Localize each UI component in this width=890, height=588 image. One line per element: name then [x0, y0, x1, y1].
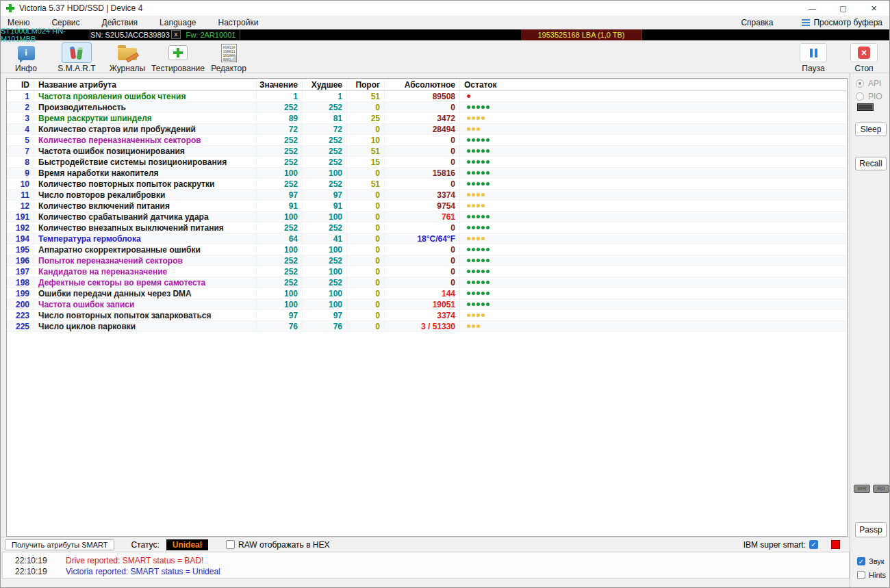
minimize-button[interactable]: — — [797, 1, 828, 16]
table-row[interactable]: 197 Кандидатов на переназначение 252 100… — [7, 266, 847, 277]
ibm-smart-checkbox[interactable]: ✓ — [809, 540, 818, 549]
sn-hide-button[interactable]: x — [171, 30, 181, 39]
header-value[interactable]: Значение — [257, 79, 303, 90]
menu-item-help[interactable]: Справка — [741, 18, 773, 27]
smart-tab-button[interactable]: S.M.A.R.T — [55, 42, 98, 73]
attr-threshold: 0 — [347, 288, 385, 298]
attr-id: 4 — [7, 124, 34, 134]
sound-checkbox[interactable]: ✓ — [857, 557, 865, 565]
header-worst[interactable]: Худшее — [303, 79, 347, 90]
attr-id: 3 — [7, 113, 34, 123]
header-name[interactable]: Название атрибута — [34, 79, 257, 90]
table-row[interactable]: 196 Попыток переназначений секторов 252 … — [7, 255, 847, 266]
table-row[interactable]: 11 Число повторов рекалибровки 97 97 0 3… — [7, 190, 847, 201]
table-row[interactable]: 199 Ошибки передачи данных через DMA 100… — [7, 288, 847, 299]
pio-radio[interactable] — [856, 92, 864, 101]
get-smart-button[interactable]: Получить атрибуты SMART — [5, 539, 114, 550]
folder-pencil-icon — [118, 48, 137, 60]
attr-worst: 76 — [303, 321, 347, 331]
attr-value: 252 — [257, 179, 303, 189]
victoria-window: Victoria 5.37 HDD/SSD | Device 4 — ▢ ✕ М… — [0, 0, 890, 588]
header-threshold[interactable]: Порог — [347, 79, 385, 90]
journals-tab-button[interactable]: Журналы — [106, 42, 149, 73]
editor-tab-button[interactable]: 010110 110011 101000 0001 Редактор — [207, 42, 250, 73]
attr-id: 5 — [7, 135, 34, 145]
wr-indicator-button[interactable]: WR — [854, 485, 870, 493]
table-row[interactable]: 200 Частота ошибок записи 100 100 0 1905… — [7, 299, 847, 310]
health-dots — [460, 91, 847, 101]
table-row[interactable]: 3 Время раскрутки шпинделя 89 81 25 3472 — [7, 113, 847, 124]
table-row[interactable]: 192 Количество внезапных выключений пита… — [7, 222, 847, 233]
menu-item-language[interactable]: Language — [160, 18, 196, 27]
buffer-list-icon — [802, 19, 810, 26]
api-radio[interactable] — [856, 79, 864, 88]
attr-threshold: 0 — [347, 102, 385, 112]
attr-absolute: 0 — [385, 244, 460, 255]
attr-threshold: 0 — [347, 168, 385, 178]
table-row[interactable]: 4 Количество стартов или пробуждений 72 … — [7, 124, 847, 135]
raw-hex-checkbox-row[interactable]: RAW отображать в HEX — [226, 540, 329, 550]
attr-value: 100 — [257, 299, 303, 309]
attr-value: 252 — [257, 157, 303, 167]
attr-absolute: 761 — [385, 212, 460, 222]
log-message: Victoria reported: SMART status = Unidea… — [66, 567, 220, 576]
attr-worst: 252 — [303, 157, 347, 167]
attr-worst: 252 — [303, 179, 347, 189]
smart-control-strip: Получить атрибуты SMART Статус: Unideal … — [1, 537, 850, 552]
rd-indicator-button[interactable]: RD — [873, 485, 889, 493]
attr-name: Попыток переназначений секторов — [34, 255, 257, 266]
table-row[interactable]: 5 Количество переназначенных секторов 25… — [7, 135, 847, 146]
table-row[interactable]: 191 Количество срабатываний датчика удар… — [7, 212, 847, 222]
table-row[interactable]: 1 Частота проявления ошибок чтения 1 1 5… — [7, 91, 847, 102]
menu-item-service[interactable]: Сервис — [51, 18, 79, 27]
header-absolute[interactable]: Абсолютное — [385, 79, 460, 90]
maximize-button[interactable]: ▢ — [828, 1, 859, 16]
health-dots — [460, 288, 847, 298]
testing-tab-button[interactable]: Тестирование — [157, 42, 199, 73]
table-row[interactable]: 8 Быстродействие системы позиционировани… — [7, 157, 847, 168]
health-dots — [460, 277, 847, 287]
table-row[interactable]: 12 Количество включений питания 91 91 0 … — [7, 201, 847, 212]
pio-radio-row: PIO — [850, 92, 889, 101]
table-row[interactable]: 7 Частота ошибок позиционирования 252 25… — [7, 146, 847, 157]
victoria-logo-icon — [6, 4, 14, 12]
toolbar: i Инфо S.M.A.R.T Журналы Тестирование 01… — [1, 40, 889, 73]
api-radio-label: API — [868, 79, 881, 88]
attr-name: Число повторных попыток запарковаться — [34, 310, 257, 320]
attr-name: Частота проявления ошибок чтения — [34, 91, 257, 101]
table-row[interactable]: 225 Число циклов парковки 76 76 0 3 / 51… — [7, 321, 847, 332]
pause-button[interactable]: Пауза — [792, 42, 835, 73]
sleep-button[interactable]: Sleep — [855, 123, 887, 136]
stop-label: Стоп — [854, 64, 873, 73]
table-row[interactable]: 9 Время наработки накопителя 100 100 0 1… — [7, 168, 847, 179]
attr-value: 252 — [257, 146, 303, 156]
device-capacity: 1953525168 LBA (1,0 TB) — [521, 29, 641, 40]
hints-checkbox[interactable] — [857, 571, 865, 579]
menu-item-actions[interactable]: Действия — [102, 18, 138, 27]
header-id[interactable]: ID — [7, 79, 34, 90]
health-dots — [460, 135, 847, 145]
api-radio-row: API — [850, 79, 889, 88]
stop-button[interactable]: ✕ Стоп — [843, 42, 885, 73]
info-tab-button[interactable]: i Инфо — [5, 42, 47, 73]
table-row[interactable]: 194 Температура гермоблока 64 41 0 18°C/… — [7, 233, 847, 244]
close-button[interactable]: ✕ — [859, 1, 889, 16]
menu-item-menu[interactable]: Меню — [8, 18, 29, 27]
attr-absolute: 28494 — [385, 124, 460, 134]
attr-threshold: 0 — [347, 222, 385, 233]
passp-button[interactable]: Passp — [855, 522, 887, 537]
attr-absolute: 3374 — [385, 310, 460, 320]
attr-id: 199 — [7, 288, 34, 298]
table-row[interactable]: 198 Дефектные секторы во время самотеста… — [7, 277, 847, 288]
menu-item-settings[interactable]: Настройки — [218, 18, 259, 27]
attr-worst: 1 — [303, 91, 347, 101]
buffer-view-button[interactable]: Просмотр буфера — [802, 18, 882, 27]
table-row[interactable]: 2 Производительность 252 252 0 0 — [7, 102, 847, 113]
recall-button[interactable]: Recall — [855, 157, 887, 170]
table-row[interactable]: 195 Аппаратно скорректированные ошибки 1… — [7, 244, 847, 255]
table-row[interactable]: 10 Количество повторных попыток раскрутк… — [7, 179, 847, 190]
raw-hex-checkbox[interactable] — [226, 540, 235, 549]
table-row[interactable]: 223 Число повторных попыток запарковатьс… — [7, 310, 847, 321]
header-remainder[interactable]: Остаток — [460, 79, 847, 90]
attr-id: 7 — [7, 146, 34, 156]
